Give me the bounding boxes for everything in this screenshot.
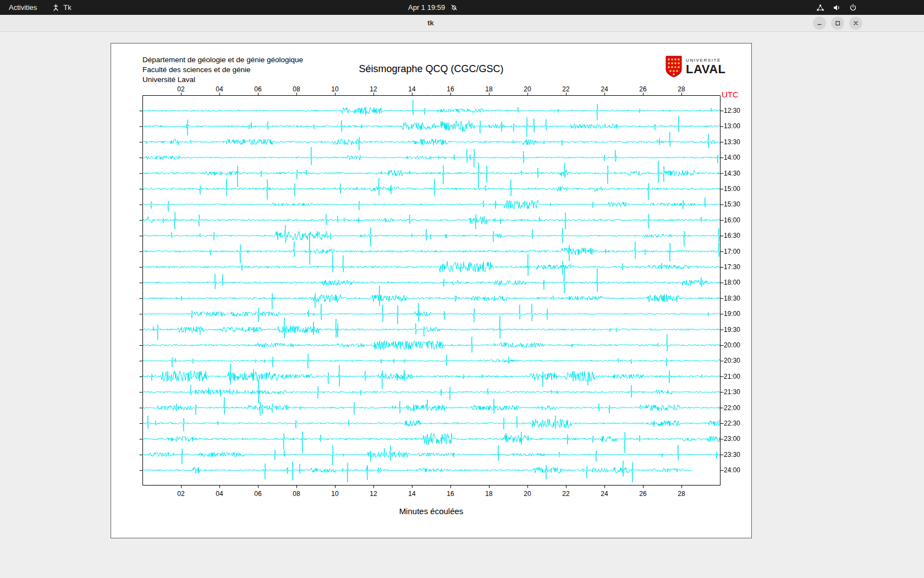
- trace-time-label-16:00: 16:00: [724, 216, 740, 224]
- trace-time-label-21:30: 21:30: [724, 388, 740, 396]
- close-button[interactable]: [849, 17, 862, 30]
- minimize-icon: [816, 20, 823, 26]
- x-tick-bottom-18: 18: [485, 490, 492, 498]
- window-titlebar[interactable]: tk: [0, 15, 924, 32]
- institution-line-3: Université Laval: [142, 75, 303, 85]
- trace-time-label-18:30: 18:30: [724, 295, 740, 302]
- x-tick-bottom-16: 16: [447, 490, 454, 498]
- trace-time-label-19:30: 19:30: [724, 326, 740, 334]
- seismograph-plot: [138, 91, 724, 489]
- x-tick-bottom-20: 20: [524, 490, 531, 498]
- trace-time-label-13:30: 13:30: [724, 138, 740, 146]
- x-tick-bottom-26: 26: [639, 490, 646, 498]
- volume-icon: [833, 4, 841, 12]
- x-tick-bottom-22: 22: [562, 490, 569, 498]
- clock-label: Apr 1 19:59: [408, 3, 445, 12]
- app-indicator-label: Tk: [63, 3, 71, 12]
- x-tick-bottom-10: 10: [331, 490, 338, 498]
- trace-time-label-21:00: 21:00: [724, 373, 740, 380]
- x-tick-bottom-24: 24: [601, 490, 608, 498]
- minimize-button[interactable]: [813, 17, 826, 30]
- trace-time-label-17:00: 17:00: [724, 248, 740, 255]
- trace-time-label-14:00: 14:00: [724, 154, 740, 161]
- plot-title: Séismographe QCQ (CGC/GSC): [111, 63, 751, 75]
- trace-time-label-20:30: 20:30: [724, 357, 740, 364]
- universite-laval-logo: UNIVERSITÉ LAVAL: [666, 56, 726, 78]
- close-icon: [853, 20, 859, 26]
- tk-icon: [52, 4, 59, 11]
- restore-button[interactable]: [831, 17, 844, 30]
- notifications-off-icon: [450, 4, 458, 11]
- power-icon: [849, 4, 857, 12]
- restore-icon: [834, 20, 841, 26]
- logo-laval-text: LAVAL: [686, 63, 726, 75]
- seismograph-window: Département de géologie et de génie géol…: [111, 43, 752, 538]
- laval-shield-icon: [666, 56, 682, 78]
- x-tick-bottom-04: 04: [216, 490, 223, 498]
- trace-time-label-15:30: 15:30: [724, 200, 740, 208]
- trace-time-label-14:30: 14:30: [724, 170, 740, 177]
- trace-time-label-12:30: 12:30: [724, 107, 740, 114]
- x-tick-bottom-02: 02: [177, 490, 184, 498]
- trace-time-label-22:00: 22:00: [724, 404, 740, 412]
- trace-time-label-22:30: 22:30: [724, 419, 740, 427]
- trace-time-label-20:00: 20:00: [724, 341, 740, 349]
- window-title: tk: [427, 15, 434, 31]
- trace-time-label-15:00: 15:00: [724, 185, 740, 193]
- x-tick-bottom-12: 12: [370, 490, 377, 498]
- activities-button[interactable]: Activities: [9, 3, 37, 12]
- network-icon: [816, 4, 824, 12]
- trace-time-label-16:30: 16:30: [724, 232, 740, 239]
- trace-time-label-24:00: 24:00: [724, 466, 740, 474]
- x-tick-bottom-28: 28: [678, 490, 685, 498]
- x-tick-bottom-08: 08: [293, 490, 300, 498]
- trace-time-labels: 12:3013:0013:3014:0014:3015:0015:3016:00…: [724, 43, 752, 538]
- trace-time-label-17:30: 17:30: [724, 263, 740, 271]
- trace-time-label-23:30: 23:30: [724, 451, 740, 459]
- x-axis-label: Minutes écoulées: [142, 506, 720, 516]
- x-tick-bottom-06: 06: [254, 490, 261, 498]
- system-status-area[interactable]: [816, 0, 857, 15]
- trace-time-label-19:00: 19:00: [724, 310, 740, 318]
- top-bar: Activities Tk Apr 1 19:59: [0, 0, 924, 15]
- clock-menu[interactable]: Apr 1 19:59: [408, 0, 458, 15]
- trace-time-label-23:00: 23:00: [724, 435, 740, 443]
- app-indicator-tk[interactable]: Tk: [52, 3, 71, 12]
- trace-time-label-18:00: 18:00: [724, 279, 740, 286]
- x-tick-bottom-14: 14: [408, 490, 415, 498]
- x-axis-ticks-bottom: 0204060810121416182022242628: [142, 490, 720, 498]
- trace-time-label-13:00: 13:00: [724, 122, 740, 130]
